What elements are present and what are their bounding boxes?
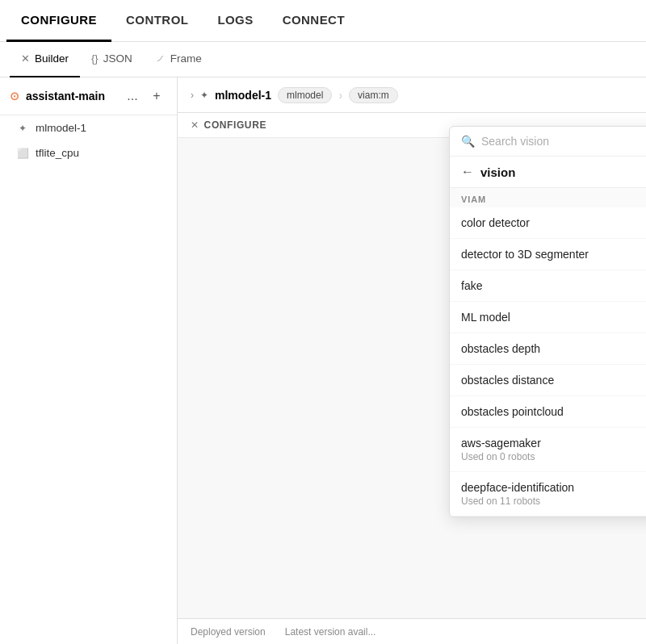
deployed-version-label: Deployed version bbox=[191, 626, 266, 638]
top-nav: CONFIGURE CONTROL LOGS CONNECT bbox=[0, 0, 646, 42]
nav-configure[interactable]: CONFIGURE bbox=[6, 0, 111, 42]
section-viam-label: VIAM bbox=[450, 188, 646, 207]
search-box: 🔍 bbox=[450, 127, 646, 157]
panel-badge-viam: viam:m bbox=[349, 87, 398, 103]
nav-logs[interactable]: LOGS bbox=[203, 0, 267, 42]
sidebar-title: ⊙ assistant-main bbox=[10, 90, 105, 102]
dropdown-item-ml-model[interactable]: ML model bbox=[450, 302, 646, 333]
sidebar-header: ⊙ assistant-main ... + bbox=[0, 77, 177, 115]
more-button[interactable]: ... bbox=[122, 86, 143, 107]
panel-badge-mlmodel: mlmodel bbox=[278, 87, 332, 103]
dropdown-item-detector-3d[interactable]: detector to 3D segmenter bbox=[450, 239, 646, 270]
dropdown-item-obstacles-pointcloud[interactable]: obstacles pointcloud bbox=[450, 396, 646, 428]
tflite-icon: ⬜ bbox=[16, 148, 29, 159]
breadcrumb-vision-label: vision bbox=[480, 165, 515, 179]
content-area: › ✦ mlmodel-1 mlmodel › viam:m ✕ CONFIGU… bbox=[178, 77, 646, 644]
sub-nav: ✕ Builder {} JSON ⟋ Frame bbox=[0, 42, 646, 77]
search-vision-input[interactable] bbox=[481, 135, 646, 148]
sidebar-item-mlmodel1-label: mlmodel-1 bbox=[36, 122, 86, 134]
add-component-button[interactable]: + bbox=[146, 86, 167, 107]
nav-connect[interactable]: CONNECT bbox=[268, 0, 359, 42]
back-arrow-button[interactable]: ← bbox=[461, 165, 474, 179]
panel-star-icon: ✦ bbox=[200, 90, 208, 101]
latest-version-label: Latest version avail... bbox=[285, 626, 376, 638]
wifi-icon: ⊙ bbox=[10, 90, 19, 102]
tab-builder-label: Builder bbox=[35, 52, 69, 65]
sidebar-item-tflite-cpu[interactable]: ⬜ tflite_cpu bbox=[0, 140, 177, 165]
tab-json[interactable]: {} JSON bbox=[80, 42, 144, 77]
tab-builder[interactable]: ✕ Builder bbox=[10, 42, 80, 77]
builder-icon: ✕ bbox=[21, 52, 30, 65]
assistant-main-label: assistant-main bbox=[26, 90, 105, 102]
dropdown-item-obstacles-distance[interactable]: obstacles distance bbox=[450, 365, 646, 396]
panel-title: mlmodel-1 bbox=[215, 89, 271, 102]
sidebar-actions: ... + bbox=[122, 86, 167, 107]
dropdown-item-color-detector[interactable]: color detector bbox=[450, 207, 646, 239]
nav-control[interactable]: CONTROL bbox=[111, 0, 203, 42]
sidebar-item-tflite-label: tflite_cpu bbox=[36, 147, 79, 159]
aws-sagemaker-sub: Used on 0 robots bbox=[461, 451, 646, 462]
tab-frame-label: Frame bbox=[170, 52, 202, 65]
configure-x-icon: ✕ bbox=[191, 119, 199, 131]
search-icon: 🔍 bbox=[461, 135, 475, 148]
main-layout: ⊙ assistant-main ... + ✦ mlmodel-1 ⬜ tfl… bbox=[0, 77, 646, 644]
json-icon: {} bbox=[91, 52, 99, 65]
dropdown-overlay: 🔍 ← vision VIAM color detector detector … bbox=[449, 126, 646, 517]
dropdown-item-obstacles-depth[interactable]: obstacles depth bbox=[450, 333, 646, 365]
dropdown-item-aws-sagemaker[interactable]: aws-sagemaker Used on 0 robots bbox=[450, 428, 646, 472]
sidebar-item-mlmodel1[interactable]: ✦ mlmodel-1 bbox=[0, 115, 177, 140]
dropdown-item-fake[interactable]: fake bbox=[450, 270, 646, 302]
panel-chevron-icon: › bbox=[191, 90, 194, 101]
configure-label-text: CONFIGURE bbox=[204, 119, 266, 131]
footer-bar: Deployed version Latest version avail... bbox=[178, 618, 646, 644]
tab-json-label: JSON bbox=[103, 52, 132, 65]
frame-icon: ⟋ bbox=[155, 52, 166, 65]
tab-frame[interactable]: ⟋ Frame bbox=[144, 42, 213, 77]
mlmodel-icon: ✦ bbox=[16, 123, 29, 134]
deepface-sub: Used on 11 robots bbox=[461, 496, 646, 507]
breadcrumb-row: ← vision bbox=[450, 157, 646, 188]
panel-separator: › bbox=[338, 89, 342, 102]
dropdown-item-deepface[interactable]: deepface-identification Used on 11 robot… bbox=[450, 472, 646, 516]
panel-header: › ✦ mlmodel-1 mlmodel › viam:m bbox=[178, 77, 646, 113]
sidebar: ⊙ assistant-main ... + ✦ mlmodel-1 ⬜ tfl… bbox=[0, 77, 178, 644]
